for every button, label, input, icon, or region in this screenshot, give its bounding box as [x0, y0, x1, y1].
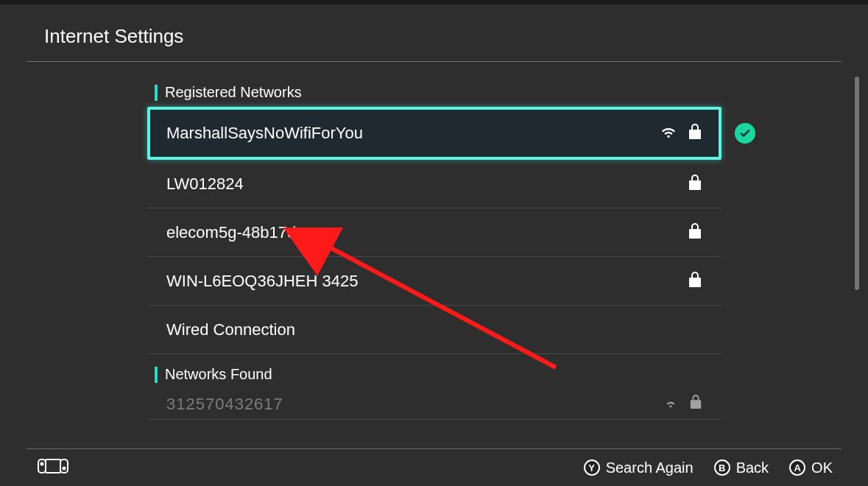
network-icons — [688, 271, 702, 292]
controller-icon[interactable] — [35, 457, 71, 478]
section-registered: Registered Networks MarshallSaysNoWifiFo… — [147, 84, 721, 354]
network-row[interactable]: WIN-L6EOQ36JHEH 3425 — [147, 257, 721, 306]
lock-icon — [688, 123, 702, 144]
network-icons — [663, 394, 702, 415]
network-row[interactable]: LW012824 — [147, 160, 721, 208]
hint-label: OK — [811, 459, 833, 476]
page-title: Internet Settings — [44, 25, 824, 48]
network-ssid: Wired Connection — [166, 320, 295, 339]
content-area: Registered Networks MarshallSaysNoWifiFo… — [0, 62, 868, 445]
svg-point-6 — [63, 468, 66, 470]
section-title-found: Networks Found — [165, 366, 272, 383]
footer: Y Search Again B Back A OK — [0, 449, 868, 486]
network-ssid: WIN-L6EOQ36JHEH 3425 — [166, 272, 358, 291]
network-row[interactable]: elecom5g-48b17d — [147, 208, 721, 257]
network-icons — [688, 222, 702, 243]
svg-rect-2 — [46, 459, 60, 473]
section-accent-bar — [155, 85, 158, 101]
section-accent-bar — [155, 367, 158, 383]
a-button-icon: A — [789, 459, 805, 476]
connected-check-icon — [735, 123, 755, 144]
lock-icon — [688, 174, 702, 194]
svg-rect-3 — [38, 459, 46, 473]
hint-label: Search Again — [606, 459, 694, 476]
b-button-icon: B — [714, 459, 730, 476]
scrollbar[interactable] — [855, 77, 859, 290]
wifi-icon — [660, 123, 677, 144]
section-title-registered: Registered Networks — [165, 84, 302, 101]
wifi-icon — [663, 394, 679, 415]
lock-icon — [688, 271, 702, 292]
svg-point-5 — [41, 463, 43, 465]
network-row-partial[interactable]: 312570432617 — [147, 389, 721, 420]
network-ssid: MarshallSaysNoWifiForYou — [166, 124, 363, 143]
hint-search-again[interactable]: Y Search Again — [584, 459, 694, 476]
network-icons — [660, 123, 702, 144]
svg-rect-4 — [60, 459, 68, 473]
network-row-selected[interactable]: MarshallSaysNoWifiForYou — [147, 107, 721, 160]
section-header-registered: Registered Networks — [147, 84, 721, 107]
lock-icon — [689, 394, 702, 415]
section-header-found: Networks Found — [147, 366, 721, 389]
y-button-icon: Y — [584, 459, 600, 476]
footer-hints: Y Search Again B Back A OK — [584, 459, 833, 476]
network-icons — [688, 174, 702, 194]
hint-label: Back — [736, 459, 769, 476]
network-ssid: 312570432617 — [166, 395, 283, 414]
lock-icon — [688, 222, 702, 243]
hint-ok[interactable]: A OK — [789, 459, 833, 476]
hint-back[interactable]: B Back — [714, 459, 769, 476]
network-ssid: LW012824 — [166, 175, 244, 194]
section-found: Networks Found 312570432617 — [147, 366, 721, 420]
header: Internet Settings — [0, 4, 868, 61]
network-row-wired[interactable]: Wired Connection — [147, 306, 721, 354]
network-ssid: elecom5g-48b17d — [166, 223, 296, 242]
